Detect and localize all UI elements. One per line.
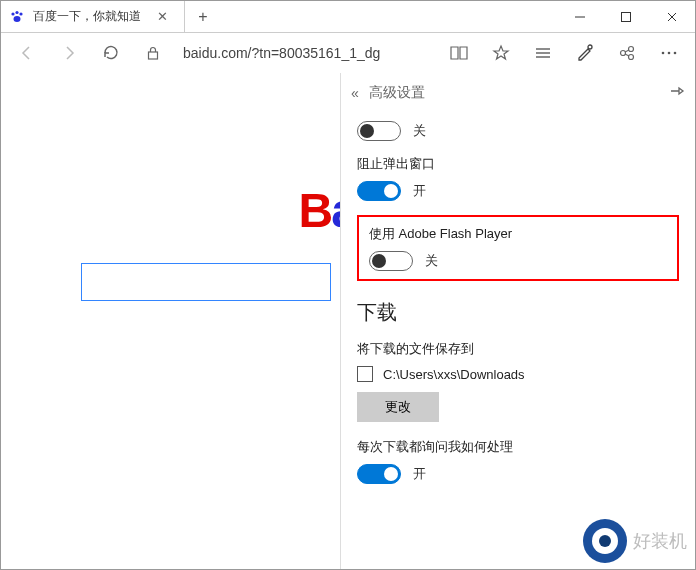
browser-tab[interactable]: 百度一下，你就知道 ✕ [1, 1, 185, 32]
new-tab-button[interactable]: + [185, 1, 221, 32]
block-popups-label: 阻止弹出窗口 [357, 155, 679, 173]
pin-icon[interactable] [669, 83, 685, 103]
favorite-star-icon[interactable] [481, 33, 521, 73]
flash-state: 关 [425, 252, 438, 270]
ask-each-time-state: 开 [413, 465, 426, 483]
svg-rect-5 [622, 12, 631, 21]
change-button[interactable]: 更改 [357, 392, 439, 422]
address-bar[interactable]: baidu.com/?tn=80035161_1_dg [175, 45, 388, 61]
flash-label: 使用 Adobe Flash Player [369, 225, 667, 243]
svg-point-18 [662, 52, 665, 55]
svg-point-2 [19, 12, 22, 15]
notes-icon[interactable] [565, 33, 605, 73]
toggle-block-popups[interactable] [357, 181, 401, 201]
refresh-button[interactable] [91, 33, 131, 73]
back-button[interactable] [7, 33, 47, 73]
tab-close-icon[interactable]: ✕ [157, 9, 168, 24]
svg-point-3 [14, 16, 21, 22]
watermark-text: 好装机 [633, 529, 687, 553]
svg-line-16 [625, 50, 629, 52]
svg-point-20 [674, 52, 677, 55]
maximize-button[interactable] [603, 1, 649, 32]
forward-button[interactable] [49, 33, 89, 73]
titlebar: 百度一下，你就知道 ✕ + [1, 1, 695, 33]
panel-header: « 高级设置 [341, 73, 695, 113]
svg-point-1 [15, 10, 18, 13]
settings-panel: « 高级设置 关 阻止弹出窗口 开 使用 Adobe Flash Player … [340, 73, 695, 569]
panel-back-icon[interactable]: « [351, 85, 369, 101]
panel-title: 高级设置 [369, 84, 425, 102]
svg-rect-8 [149, 52, 158, 59]
tab-title: 百度一下，你就知道 [33, 8, 141, 25]
reading-view-icon[interactable] [439, 33, 479, 73]
watermark-logo [583, 519, 627, 563]
toggle-ask-each-time[interactable] [357, 464, 401, 484]
watermark: 好装机 [575, 513, 695, 569]
minimize-button[interactable] [557, 1, 603, 32]
logo-prefix: B [299, 184, 332, 237]
setting-block-popups: 阻止弹出窗口 开 [357, 155, 679, 201]
more-icon[interactable] [649, 33, 689, 73]
panel-body: 关 阻止弹出窗口 开 使用 Adobe Flash Player 关 下载 将下… [341, 113, 695, 569]
setting-unknown-off: 关 [357, 121, 679, 141]
toggle-flash[interactable] [369, 251, 413, 271]
hub-icon[interactable] [523, 33, 563, 73]
window-controls [557, 1, 695, 32]
svg-line-17 [625, 54, 629, 56]
svg-point-14 [629, 47, 634, 52]
folder-icon [357, 366, 373, 382]
svg-point-12 [588, 45, 592, 49]
block-popups-state: 开 [413, 182, 426, 200]
ask-each-time-label: 每次下载都询问我如何处理 [357, 438, 679, 456]
toolbar: baidu.com/?tn=80035161_1_dg [1, 33, 695, 73]
save-location-label: 将下载的文件保存到 [357, 340, 679, 358]
svg-point-13 [621, 51, 626, 56]
baidu-paw-icon [9, 9, 25, 25]
download-path: C:\Users\xxs\Downloads [383, 367, 525, 382]
setting-ask-each-time: 每次下载都询问我如何处理 开 [357, 438, 679, 484]
svg-point-15 [629, 55, 634, 60]
svg-point-19 [668, 52, 671, 55]
share-icon[interactable] [607, 33, 647, 73]
download-path-row: C:\Users\xxs\Downloads [357, 366, 679, 382]
downloads-heading: 下载 [357, 299, 679, 326]
svg-point-0 [11, 12, 14, 15]
toggle-unknown-state: 关 [413, 122, 426, 140]
toggle-unknown[interactable] [357, 121, 401, 141]
lock-icon[interactable] [133, 33, 173, 73]
search-input[interactable] [81, 263, 331, 301]
close-window-button[interactable] [649, 1, 695, 32]
flash-highlight: 使用 Adobe Flash Player 关 [357, 215, 679, 281]
